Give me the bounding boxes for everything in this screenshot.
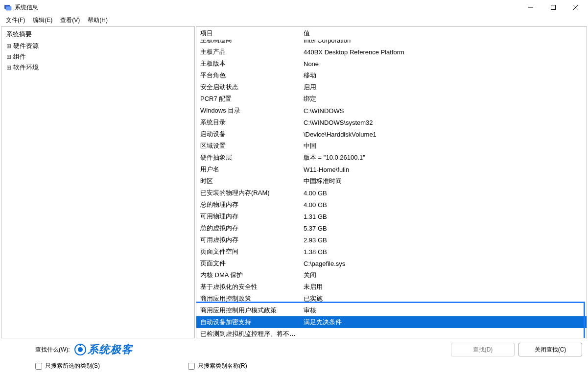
cell-value: W11-Home\fulin bbox=[300, 164, 587, 175]
table-row[interactable]: 硬件抽象层版本 = "10.0.26100.1" bbox=[196, 152, 587, 164]
tree-node-label: 组件 bbox=[13, 52, 26, 61]
chk-names-only-input[interactable] bbox=[188, 363, 195, 370]
expand-icon[interactable]: ⊞ bbox=[5, 53, 12, 60]
cell-value: 绑定 bbox=[300, 93, 587, 105]
cell-item: 内核 DMA 保护 bbox=[196, 269, 300, 281]
cell-item: 可用虚拟内存 bbox=[196, 234, 300, 246]
table-row[interactable]: 可用物理内存1.31 GB bbox=[196, 211, 587, 222]
window-title: 系统信息 bbox=[15, 3, 38, 12]
cell-value: 启用 bbox=[300, 81, 587, 93]
cell-value: 关闭 bbox=[300, 269, 587, 281]
content-area: 系统摘要 ⊞硬件资源⊞组件⊞软件环境 项目 值 BIOS 模式UEFI主板制造商… bbox=[0, 25, 588, 338]
menu-view[interactable]: 查看(V) bbox=[56, 15, 84, 25]
chk-names-only[interactable]: 只搜索类别名称(R) bbox=[188, 362, 247, 370]
table-row[interactable]: 主板产品440BX Desktop Reference Platform bbox=[196, 46, 587, 58]
tree-root[interactable]: 系统摘要 bbox=[2, 28, 193, 41]
cell-item: 区域设置 bbox=[196, 140, 300, 152]
table-row[interactable]: 时区中国标准时间 bbox=[196, 175, 587, 187]
find-panel: 查找什么(W): 系统极客 查找(D) 关闭查找(C) 只搜索所选的类别(S) … bbox=[0, 338, 588, 377]
cell-item: 已安装的物理内存(RAM) bbox=[196, 187, 300, 199]
table-row[interactable]: 自动设备加密支持满足先决条件 bbox=[196, 316, 587, 328]
cell-item: 总的物理内存 bbox=[196, 199, 300, 211]
cell-item: 主板版本 bbox=[196, 58, 300, 70]
cell-value: C:\pagefile.sys bbox=[300, 258, 587, 269]
table-row[interactable]: 总的虚拟内存5.37 GB bbox=[196, 222, 587, 234]
cell-item: 自动设备加密支持 bbox=[196, 316, 300, 328]
detail-scroll[interactable]: 项目 值 BIOS 模式UEFI主板制造商Intel Corporation主板… bbox=[196, 27, 587, 338]
table-row[interactable]: Windows 目录C:\WINDOWS bbox=[196, 105, 587, 117]
cell-item: 页面文件空间 bbox=[196, 246, 300, 258]
table-row[interactable]: 用户名W11-Home\fulin bbox=[196, 164, 587, 175]
menu-edit[interactable]: 编辑(E) bbox=[29, 15, 56, 25]
close-button[interactable] bbox=[564, 0, 587, 15]
cell-item: 用户名 bbox=[196, 164, 300, 175]
table-row[interactable]: 启动设备\Device\HarddiskVolume1 bbox=[196, 128, 587, 140]
menu-file[interactable]: 文件(F) bbox=[2, 15, 29, 25]
cell-value: 4.00 GB bbox=[300, 187, 587, 199]
chk-selected-only[interactable]: 只搜索所选的类别(S) bbox=[35, 362, 100, 370]
table-row[interactable]: 总的物理内存4.00 GB bbox=[196, 199, 587, 211]
cell-value: 审核 bbox=[300, 305, 587, 316]
minimize-button[interactable] bbox=[519, 0, 542, 15]
close-find-button[interactable]: 关闭查找(C) bbox=[518, 343, 582, 356]
chk-names-only-label: 只搜索类别名称(R) bbox=[198, 362, 247, 370]
table-row[interactable]: 系统目录C:\WINDOWS\system32 bbox=[196, 117, 587, 128]
table-row[interactable]: 基于虚拟化的安全性未启用 bbox=[196, 281, 587, 293]
cell-item: 安全启动状态 bbox=[196, 81, 300, 93]
find-button[interactable]: 查找(D) bbox=[451, 343, 515, 356]
tree-panel[interactable]: 系统摘要 ⊞硬件资源⊞组件⊞软件环境 bbox=[1, 26, 195, 338]
table-row[interactable]: 页面文件空间1.38 GB bbox=[196, 246, 587, 258]
cell-value: 2.93 GB bbox=[300, 234, 587, 246]
detail-panel: 项目 值 BIOS 模式UEFI主板制造商Intel Corporation主板… bbox=[196, 26, 587, 338]
maximize-button[interactable] bbox=[542, 0, 564, 15]
table-row[interactable]: 区域设置中国 bbox=[196, 140, 587, 152]
tree-node[interactable]: ⊞组件 bbox=[5, 51, 193, 62]
cell-item: 商用应用控制用户模式政策 bbox=[196, 305, 300, 316]
table-row[interactable]: PCR7 配置绑定 bbox=[196, 93, 587, 105]
tree-node[interactable]: ⊞软件环境 bbox=[5, 62, 193, 73]
cell-item: 启动设备 bbox=[196, 128, 300, 140]
table-row[interactable]: 可用虚拟内存2.93 GB bbox=[196, 234, 587, 246]
table-row[interactable]: 商用应用控制用户模式政策审核 bbox=[196, 305, 587, 316]
cell-item: 可用物理内存 bbox=[196, 211, 300, 222]
table-row[interactable]: 安全启动状态启用 bbox=[196, 81, 587, 93]
cell-item: Windows 目录 bbox=[196, 105, 300, 117]
title-bar: 系统信息 bbox=[0, 0, 588, 15]
expand-icon[interactable]: ⊞ bbox=[5, 43, 12, 49]
col-header-item[interactable]: 项目 bbox=[196, 27, 300, 40]
find-label: 查找什么(W): bbox=[35, 346, 70, 354]
menu-help[interactable]: 帮助(H) bbox=[84, 15, 112, 25]
watermark-text: 系统极客 bbox=[88, 342, 133, 357]
cell-value: 中国标准时间 bbox=[300, 175, 587, 187]
col-header-value[interactable]: 值 bbox=[300, 27, 587, 40]
cell-value: 440BX Desktop Reference Platform bbox=[300, 46, 587, 58]
cell-item: 平台角色 bbox=[196, 70, 300, 81]
chk-selected-only-input[interactable] bbox=[35, 363, 42, 370]
cell-value: 满足先决条件 bbox=[300, 316, 587, 328]
table-row[interactable]: 页面文件C:\pagefile.sys bbox=[196, 258, 587, 269]
table-row[interactable]: 内核 DMA 保护关闭 bbox=[196, 269, 587, 281]
app-icon bbox=[4, 3, 12, 11]
cell-value: 版本 = "10.0.26100.1" bbox=[300, 152, 587, 164]
cell-item: 系统目录 bbox=[196, 117, 300, 128]
table-row[interactable]: 已安装的物理内存(RAM)4.00 GB bbox=[196, 187, 587, 199]
cell-value: \Device\HarddiskVolume1 bbox=[300, 128, 587, 140]
cell-value: 4.00 GB bbox=[300, 199, 587, 211]
cell-item: 基于虚拟化的安全性 bbox=[196, 281, 300, 293]
table-row[interactable]: 平台角色移动 bbox=[196, 70, 587, 81]
table-row[interactable]: 商用应用控制政策已实施 bbox=[196, 293, 587, 305]
cell-value bbox=[300, 328, 587, 338]
cell-item: 硬件抽象层 bbox=[196, 152, 300, 164]
table-row[interactable]: 主板版本None bbox=[196, 58, 587, 70]
cell-item: 主板产品 bbox=[196, 46, 300, 58]
watermark: 系统极客 bbox=[74, 342, 133, 357]
tree-node[interactable]: ⊞硬件资源 bbox=[5, 41, 193, 51]
cell-value: 1.31 GB bbox=[300, 211, 587, 222]
cell-value: 移动 bbox=[300, 70, 587, 81]
svg-point-7 bbox=[78, 347, 83, 352]
expand-icon[interactable]: ⊞ bbox=[5, 64, 12, 71]
menu-bar: 文件(F) 编辑(E) 查看(V) 帮助(H) bbox=[0, 15, 588, 25]
tree-node-label: 软件环境 bbox=[13, 63, 39, 72]
table-row[interactable]: 已检测到虚拟机监控程序。将不… bbox=[196, 328, 587, 338]
cell-item: PCR7 配置 bbox=[196, 93, 300, 105]
